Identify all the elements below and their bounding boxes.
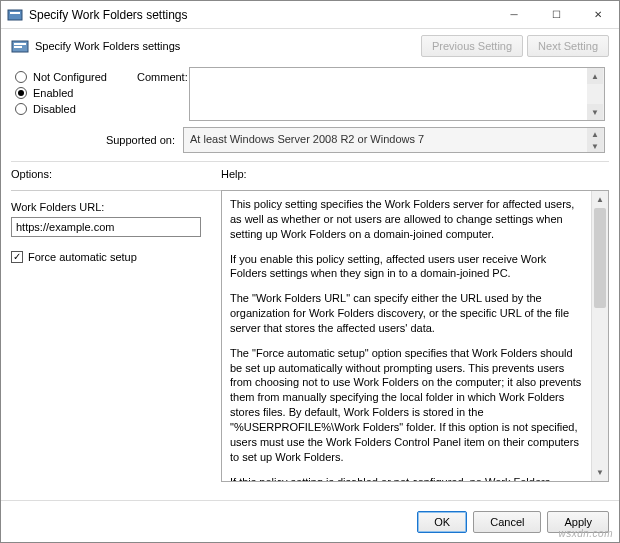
radio-icon (15, 87, 27, 99)
window-title: Specify Work Folders settings (29, 8, 493, 22)
radio-label: Disabled (33, 103, 76, 115)
work-folders-url-input[interactable] (11, 217, 201, 237)
ok-button[interactable]: OK (417, 511, 467, 533)
supported-on-text: At least Windows Server 2008 R2 or Windo… (184, 128, 587, 152)
minimize-button[interactable]: ─ (493, 1, 535, 29)
state-radios: Not Configured Enabled Disabled (15, 67, 137, 121)
policy-icon (11, 37, 29, 55)
cancel-button[interactable]: Cancel (473, 511, 541, 533)
scroll-down-icon[interactable]: ▼ (587, 140, 603, 152)
supported-on-label: Supported on: (15, 134, 183, 146)
options-label: Options: (11, 168, 221, 180)
url-label: Work Folders URL: (11, 201, 221, 213)
previous-setting-button[interactable]: Previous Setting (421, 35, 523, 57)
help-label: Help: (221, 168, 609, 180)
checkbox-label: Force automatic setup (28, 251, 137, 263)
scroll-up-icon[interactable]: ▲ (592, 191, 608, 208)
scroll-down-icon[interactable]: ▼ (587, 104, 603, 120)
scroll-thumb[interactable] (594, 208, 606, 308)
close-button[interactable]: ✕ (577, 1, 619, 29)
supported-on-box: At least Windows Server 2008 R2 or Windo… (183, 127, 605, 153)
checkbox-icon (11, 251, 23, 263)
comment-label: Comment: (137, 67, 189, 121)
help-paragraph: The "Force automatic setup" option speci… (230, 346, 583, 465)
radio-not-configured[interactable]: Not Configured (15, 71, 137, 83)
comment-box: ▲ ▼ (189, 67, 605, 121)
svg-rect-0 (8, 10, 22, 20)
scrollbar[interactable]: ▲ ▼ (591, 191, 608, 481)
scroll-down-icon[interactable]: ▼ (592, 464, 608, 481)
radio-disabled[interactable]: Disabled (15, 103, 137, 115)
titlebar: Specify Work Folders settings ─ ☐ ✕ (1, 1, 619, 29)
help-text: This policy setting specifies the Work F… (222, 191, 591, 481)
next-setting-button[interactable]: Next Setting (527, 35, 609, 57)
button-bar: OK Cancel Apply (1, 500, 619, 542)
help-paragraph: If you enable this policy setting, affec… (230, 252, 583, 282)
policy-title: Specify Work Folders settings (35, 40, 417, 52)
svg-rect-4 (14, 46, 22, 48)
toolbar: Specify Work Folders settings Previous S… (1, 29, 619, 63)
app-icon (7, 7, 23, 23)
svg-rect-3 (14, 43, 26, 45)
radio-label: Not Configured (33, 71, 107, 83)
scroll-up-icon[interactable]: ▲ (587, 128, 603, 140)
help-paragraph: This policy setting specifies the Work F… (230, 197, 583, 242)
scroll-up-icon[interactable]: ▲ (587, 68, 603, 84)
radio-enabled[interactable]: Enabled (15, 87, 137, 99)
help-paragraph: If this policy setting is disabled or no… (230, 475, 583, 482)
radio-icon (15, 71, 27, 83)
help-box: This policy setting specifies the Work F… (221, 190, 609, 482)
scroll-track[interactable] (592, 208, 608, 464)
radio-label: Enabled (33, 87, 73, 99)
apply-button[interactable]: Apply (547, 511, 609, 533)
force-automatic-setup-checkbox[interactable]: Force automatic setup (11, 251, 221, 263)
svg-rect-1 (10, 12, 20, 14)
help-paragraph: The "Work Folders URL" can specify eithe… (230, 291, 583, 336)
comment-input[interactable] (190, 68, 587, 120)
maximize-button[interactable]: ☐ (535, 1, 577, 29)
radio-icon (15, 103, 27, 115)
